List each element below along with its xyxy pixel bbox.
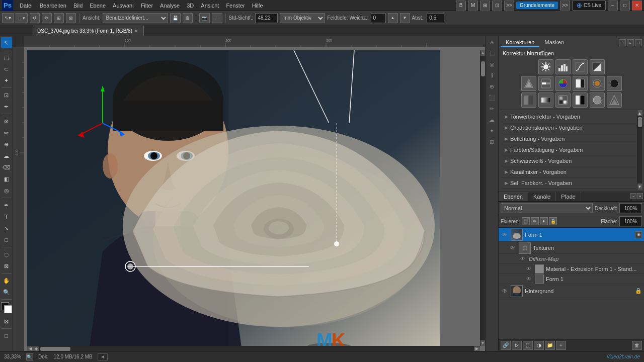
corr-levels[interactable] xyxy=(555,59,571,74)
layer-vis-hintergrund[interactable]: 👁 xyxy=(501,287,509,295)
fill-input[interactable] xyxy=(619,216,642,226)
layers-collapse[interactable]: − xyxy=(630,193,636,199)
tool-gradient[interactable]: ◧ xyxy=(1,173,12,185)
layer-vis-form1[interactable]: 👁 xyxy=(501,231,509,239)
corr-vibrance[interactable] xyxy=(521,76,536,91)
status-nav-btn[interactable]: ◀ xyxy=(98,353,108,360)
layer-form1[interactable]: 👁 Form 1 ◉ xyxy=(499,228,644,242)
corr-scroll-thumb[interactable] xyxy=(638,117,642,127)
tool-eraser[interactable]: ⌫ xyxy=(1,162,12,173)
corr-scroll-down[interactable]: ▼ xyxy=(637,184,642,190)
tool-select-btn[interactable]: ↖▾ xyxy=(2,13,14,23)
minimize-btn[interactable]: − xyxy=(608,1,618,11)
tool-btn-2[interactable]: ↺ xyxy=(30,13,40,23)
tab-kanaele[interactable]: Kanäle xyxy=(528,192,556,201)
tool-hand[interactable]: ✋ xyxy=(1,275,12,286)
tool-3d-rotate[interactable]: ◌ xyxy=(1,249,12,260)
corr-list-item-6[interactable]: ▶ Sel. Farbkorr. - Vorgaben xyxy=(502,177,636,189)
layer-icon1[interactable]: ◉ xyxy=(635,231,642,238)
corr-hueSat[interactable] xyxy=(538,76,553,91)
corr-gradient2[interactable] xyxy=(538,93,553,108)
cslive-button[interactable]: ⊕ CS Live xyxy=(572,0,606,11)
corr-exposure[interactable] xyxy=(590,59,605,74)
menu-auswahl[interactable]: Auswahl xyxy=(109,2,137,10)
corr-list-item-5[interactable]: ▶ Kanalmixer - Vorgaben xyxy=(502,166,636,177)
tool-btn-4[interactable]: ⊞ xyxy=(54,13,64,23)
corrections-scrollbar[interactable]: ▲ ▼ xyxy=(637,110,642,190)
corr-invert[interactable] xyxy=(573,93,588,108)
tool-heal[interactable]: ⊛ xyxy=(1,116,12,127)
tool-crop[interactable]: ⊡ xyxy=(1,89,12,101)
menu-analyse[interactable]: Analyse xyxy=(156,2,183,10)
layer-link-btn[interactable]: 🔗 xyxy=(501,341,511,350)
lock-move[interactable]: ✦ xyxy=(540,217,548,225)
layer-fx-btn[interactable]: fx xyxy=(512,341,522,350)
tool-wand[interactable]: ✦ xyxy=(1,75,12,86)
panel-icon-extra[interactable]: ⊞ xyxy=(487,137,497,147)
tool-btn-1[interactable]: ⬚▾ xyxy=(16,13,28,23)
document-tab[interactable]: DSC_3704.jpg bei 33,3% (Form 1, RGB/8) ✕ xyxy=(33,26,144,36)
maximize-btn[interactable]: □ xyxy=(620,1,630,11)
menu-3d[interactable]: 3D xyxy=(183,2,197,10)
corr-posterize[interactable] xyxy=(590,93,605,108)
feldtiefe-down[interactable]: ▼ xyxy=(400,13,410,23)
tab-masken[interactable]: Masken xyxy=(539,38,569,47)
layers-menu[interactable]: ≡ xyxy=(637,193,643,199)
corr-photoFilter[interactable] xyxy=(590,76,605,91)
tool-lasso[interactable]: ⊂ xyxy=(1,63,12,74)
opacity-input[interactable] xyxy=(619,203,642,213)
canvas-vscrollbar[interactable]: ▲ ▼ xyxy=(480,50,485,346)
cam-btn2[interactable]: 🎥 xyxy=(212,13,222,23)
corr-curves[interactable] xyxy=(573,59,588,74)
menu-hilfe[interactable]: Hilfe xyxy=(249,2,267,10)
corr-list-item-4[interactable]: ▶ Schwarzweiß - Vorgaben xyxy=(502,155,636,166)
view-save-btn[interactable]: 💾 xyxy=(170,13,181,23)
mode-btn-m[interactable]: M xyxy=(468,1,478,11)
menu-fenster[interactable]: Fenster xyxy=(222,2,248,10)
layer-mask-btn[interactable]: ⬚ xyxy=(523,341,533,350)
view-select[interactable]: Benutzerdefiniert... xyxy=(103,13,168,23)
layer-texturen[interactable]: 👁 ⬚ Texturen xyxy=(499,242,644,254)
panel-collapse[interactable]: − xyxy=(619,39,626,46)
corr-selectColor[interactable] xyxy=(555,93,571,108)
hscroll-right[interactable]: ▶ xyxy=(474,346,480,351)
mode-btn-ext[interactable]: >> xyxy=(504,1,514,11)
panel-icon-nav[interactable]: ⊕ xyxy=(487,81,497,92)
layer-vis-material[interactable]: 👁 xyxy=(525,265,533,273)
panel-icon-corrections[interactable]: ☀ xyxy=(487,37,497,47)
mode-btn-b[interactable]: B xyxy=(456,1,466,11)
corr-scroll-up[interactable]: ▲ xyxy=(637,110,642,116)
panel-icon-info[interactable]: ℹ xyxy=(487,70,497,80)
nav-btn[interactable]: ◆ xyxy=(33,346,39,351)
panel-icon-clone[interactable]: ☁ xyxy=(487,115,497,125)
panel-menu[interactable]: ≡ xyxy=(627,39,634,46)
vscroll-down[interactable]: ▼ xyxy=(480,340,486,346)
corr-colorBalance[interactable] xyxy=(555,76,571,91)
corr-threshold[interactable] xyxy=(607,93,622,108)
panel-expand[interactable]: □ xyxy=(635,39,642,46)
layer-material[interactable]: 👁 Material - Extrusion Form 1 - Stand... xyxy=(499,264,644,274)
abst-input[interactable] xyxy=(427,13,444,23)
workspace-button[interactable]: Grundelemente xyxy=(516,2,558,9)
vscroll-up[interactable]: ▲ xyxy=(480,50,486,56)
corr-split[interactable] xyxy=(521,93,536,108)
blend-mode-select[interactable]: Normal xyxy=(501,203,593,213)
layer-vis-diffuse[interactable]: 👁 xyxy=(519,255,527,263)
feldtiefe-input[interactable] xyxy=(371,13,386,23)
sichtfeld-input[interactable] xyxy=(255,13,278,23)
layer-folder-btn[interactable]: 📁 xyxy=(545,341,555,350)
layer-new-btn[interactable]: + xyxy=(556,341,566,350)
tool-eyedrop[interactable]: ✒ xyxy=(1,101,12,112)
menu-ansicht[interactable]: Ansicht xyxy=(197,2,222,10)
canvas-area[interactable]: 100 100 200 300 xyxy=(13,36,485,351)
tool-clone[interactable]: ⊕ xyxy=(1,139,12,150)
tool-select-path[interactable]: ↘ xyxy=(1,223,12,234)
close-btn[interactable]: ✕ xyxy=(632,1,642,11)
lock-all[interactable]: 🔒 xyxy=(549,217,557,225)
tool-3d-roll[interactable]: ⊠ xyxy=(1,260,12,272)
tool-screen-mode[interactable]: □ xyxy=(1,330,12,341)
tool-dodge[interactable]: ◎ xyxy=(1,185,12,196)
tab-close-btn[interactable]: ✕ xyxy=(134,29,138,34)
tool-pen[interactable]: ✒ xyxy=(1,200,12,211)
canvas-hscrollbar[interactable]: ◀ ◆ ▶ xyxy=(27,346,480,351)
